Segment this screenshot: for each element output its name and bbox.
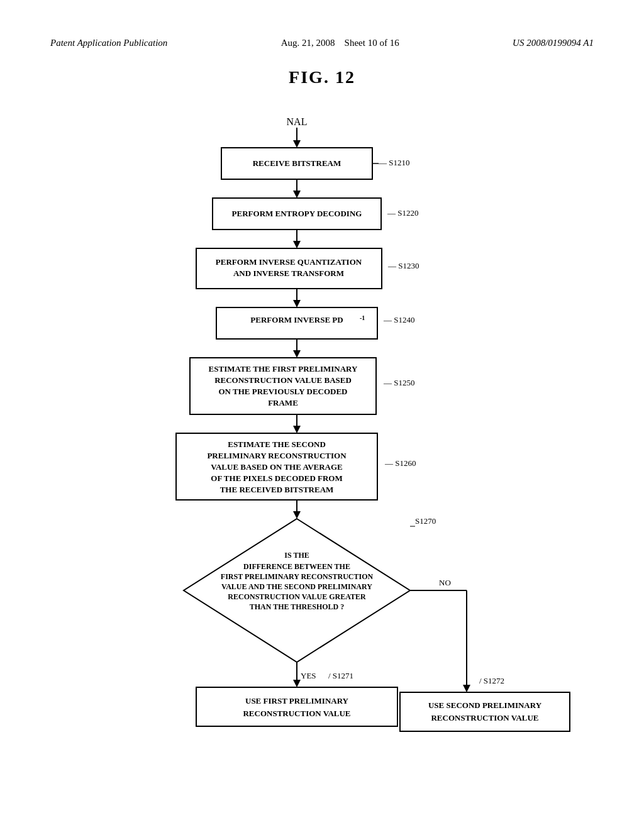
step-s1220: — S1220 [387, 208, 418, 218]
label-s1230-2: AND INVERSE TRANSFORM [233, 268, 344, 278]
diamond-text-1: IS THE [284, 551, 309, 560]
svg-marker-4 [293, 191, 301, 198]
svg-marker-20 [463, 685, 470, 692]
header-left: Patent Application Publication [50, 38, 167, 48]
label-s1271-1: USE FIRST PRELIMINARY [245, 696, 349, 706]
label-s1272-2: RECONSTRUCTION VALUE [431, 713, 538, 722]
box-s1272 [400, 692, 570, 731]
label-s1240: PERFORM INVERSE PD [250, 315, 343, 324]
label-s1250-1: ESTIMATE THE FIRST PRELIMINARY [209, 364, 358, 374]
patent-number: US 2008/0199094 A1 [513, 38, 594, 48]
page-header: Patent Application Publication Aug. 21, … [50, 38, 594, 48]
step-s1270: S1270 [415, 516, 436, 526]
label-s1230-1: PERFORM INVERSE QUANTIZATION [216, 257, 362, 267]
svg-marker-14 [293, 511, 301, 519]
step-s1250: — S1250 [383, 378, 414, 387]
label-s1271-2: RECONSTRUCTION VALUE [243, 709, 350, 718]
header-center: Aug. 21, 2008 Sheet 10 of 16 [281, 38, 399, 48]
svg-marker-8 [293, 300, 301, 307]
step-s1272: / S1272 [479, 676, 504, 685]
svg-marker-1 [293, 140, 301, 148]
header-right: US 2008/0199094 A1 [513, 38, 594, 48]
label-s1250-3: ON THE PREVIOUSLY DECODED [218, 387, 347, 396]
diamond-text-2: DIFFERENCE BETWEEN THE [243, 562, 350, 571]
figure-title: FIG. 12 [50, 67, 594, 87]
nal-label: NAL [287, 116, 308, 127]
label-s1250-4: FRAME [268, 398, 298, 407]
label-s1250-2: RECONSTRUCTION VALUE BASED [214, 375, 352, 385]
label-s1272-1: USE SECOND PRELIMINARY [428, 700, 542, 710]
date-label: Aug. 21, 2008 [281, 38, 335, 48]
publication-label: Patent Application Publication [50, 38, 167, 48]
step-s1230: — S1230 [387, 261, 419, 270]
label-s1260-2: PRELIMINARY RECONSTRUCTION [207, 451, 347, 460]
svg-marker-10 [293, 350, 301, 358]
label-s1260-1: ESTIMATE THE SECOND [228, 440, 326, 449]
step-s1240: — S1240 [383, 315, 414, 324]
diamond-text-4: VALUE AND THE SECOND PRELIMINARY [221, 582, 372, 591]
label-s1220: PERFORM ENTROPY DECODING [232, 209, 362, 218]
diamond-text-5: RECONSTRUCTION VALUE GREATER [228, 592, 366, 601]
page: Patent Application Publication Aug. 21, … [0, 0, 644, 830]
diamond-text-3: FIRST PRELIMINARY RECONSTRUCTION [221, 572, 374, 581]
label-s1240-sup: -1 [360, 314, 365, 321]
box-s1271 [196, 687, 397, 726]
step-s1210: — S1210 [378, 158, 409, 167]
no-label: NO [439, 578, 451, 587]
step-s1271: / S1271 [328, 671, 353, 680]
svg-marker-12 [293, 426, 301, 433]
step-s1260: — S1260 [384, 458, 416, 468]
label-s1260-5: THE RECEIVED BITSTREAM [220, 485, 334, 494]
yes-label: YES [301, 671, 316, 680]
sheet-label: Sheet 10 of 16 [345, 38, 399, 48]
label-s1210: RECEIVE BITSTREAM [253, 158, 341, 168]
label-s1260-4: OF THE PIXELS DECODED FROM [211, 473, 342, 483]
diamond-text-6: THAN THE THRESHOLD ? [250, 602, 345, 611]
label-s1260-3: VALUE BASED ON THE AVERAGE [211, 462, 343, 472]
svg-marker-17 [293, 680, 301, 687]
flowchart-diagram: NAL RECEIVE BITSTREAM — S1210 PERFORM EN… [52, 106, 592, 798]
svg-marker-6 [293, 241, 301, 248]
